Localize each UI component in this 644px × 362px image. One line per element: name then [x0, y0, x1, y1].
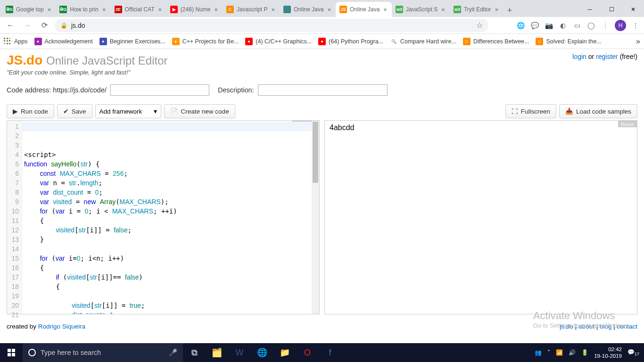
result-badge: Result	[618, 121, 637, 127]
ext-icon-6[interactable]: ◯	[586, 21, 596, 30]
ext-icon-5[interactable]: ▭	[572, 21, 582, 30]
browser-tab-6[interactable]: JSOnline Java×	[336, 2, 392, 17]
bookmark-label: Beginner Exercises...	[110, 38, 165, 45]
tab-close-icon[interactable]: ×	[157, 6, 163, 13]
file-icon: 📄	[170, 107, 178, 115]
code-editor[interactable]: JavaScript 12345678910111213141516171819…	[7, 120, 320, 314]
taskbar-apps: ⧉ 🗂️ W 🌐 📁 O f	[183, 343, 341, 362]
framework-select[interactable]: Add framework▾	[95, 104, 161, 118]
taskbar-clock[interactable]: 02:4219-10-2019	[594, 346, 622, 359]
maximize-button[interactable]: ☐	[601, 2, 622, 17]
omnibox[interactable]: 🔒 js.do ☆	[55, 19, 488, 32]
start-button[interactable]	[0, 343, 23, 362]
tab-close-icon[interactable]: ×	[47, 6, 52, 13]
lock-icon: 🔒	[60, 22, 67, 29]
tab-close-icon[interactable]: ×	[326, 6, 332, 13]
editor-scrollbar[interactable]	[312, 121, 319, 314]
back-button[interactable]: ←	[4, 19, 17, 32]
description-input[interactable]	[258, 84, 388, 96]
taskbar-app-explorer[interactable]: 📁	[273, 343, 296, 362]
result-pane: Result 4abcdd	[324, 120, 637, 314]
author-link[interactable]: Rodrigo Siqueira	[38, 323, 86, 330]
window-controls: ─ ☐ ✕	[579, 2, 644, 17]
address-bar: ← → ⟳ 🔒 js.do ☆ 🌐 💬 📷 ◐ ▭ ◯ | H ⋮	[0, 17, 644, 34]
ext-icon-4[interactable]: ◐	[558, 21, 568, 30]
run-button[interactable]: ▶Run code	[7, 104, 54, 118]
tab-favicon: ƏG	[59, 6, 67, 13]
tab-label: (246) Nume	[181, 6, 210, 13]
editor-code[interactable]: <script> function sayHello(str) { const …	[22, 121, 312, 314]
minimize-button[interactable]: ─	[579, 2, 601, 17]
ext-icon-1[interactable]: 🌐	[516, 21, 525, 30]
bookmark-label: (64) Python Progra...	[329, 38, 383, 45]
tray-people-icon[interactable]: 👥	[535, 349, 542, 356]
bookmark-item-4[interactable]: ●(4) C/C++ Graphics...	[245, 38, 312, 45]
taskbar-search[interactable]: Type here to search 🎤	[23, 343, 183, 362]
mic-icon[interactable]: 🎤	[169, 349, 177, 357]
bookmark-item-6[interactable]: 🔍Compare Hard wire...	[390, 38, 456, 45]
login-link[interactable]: login	[572, 53, 586, 60]
new-tab-button[interactable]: +	[503, 4, 516, 17]
browser-tab-4[interactable]: CJavascript P×	[223, 2, 280, 17]
bookmark-item-1[interactable]: ●Acknowledgement	[34, 38, 93, 45]
register-link[interactable]: register	[596, 53, 618, 60]
description-label: Description:	[218, 86, 254, 94]
url-text: js.do	[71, 22, 85, 29]
bookmarks-overflow[interactable]: »	[636, 37, 640, 46]
bookmark-item-0[interactable]: Apps	[4, 38, 28, 45]
current-line-highlight	[22, 122, 312, 131]
tab-favicon: w3	[396, 6, 403, 13]
meta-form: Code address: https://js.do/code/ Descri…	[7, 84, 637, 96]
star-icon[interactable]: ☆	[476, 21, 483, 30]
taskbar-app-word[interactable]: W	[228, 343, 251, 362]
browser-tab-7[interactable]: w3JavaScript S×	[392, 2, 450, 17]
taskbar-app-chrome[interactable]: 🌐	[251, 343, 273, 362]
fullscreen-button[interactable]: ⛶Fullscreen	[505, 104, 556, 118]
close-window-button[interactable]: ✕	[622, 2, 644, 17]
bookmark-item-8[interactable]: CSolved: Explain the...	[536, 38, 601, 45]
tray-chevron-icon[interactable]: ˄	[547, 349, 550, 356]
scrollbar-thumb[interactable]	[313, 122, 318, 183]
browser-tab-3[interactable]: ▶(246) Nume×	[166, 2, 223, 17]
bookmark-item-2[interactable]: ●Beginner Exercises...	[99, 38, 165, 45]
tab-close-icon[interactable]: ×	[440, 6, 446, 13]
task-view-icon[interactable]: ⧉	[183, 343, 206, 362]
bookmark-item-5[interactable]: ●(64) Python Progra...	[318, 38, 383, 45]
tray-volume-icon[interactable]: 🔊	[569, 349, 576, 356]
bookmark-item-7[interactable]: CDifferences Betwee...	[463, 38, 529, 45]
menu-icon[interactable]: ⋮	[631, 21, 640, 30]
browser-tab-0[interactable]: ƏGGoogle top×	[2, 2, 56, 17]
taskbar-app-opera[interactable]: O	[296, 343, 319, 362]
tab-favicon: w3	[454, 6, 461, 13]
code-address-input[interactable]	[110, 84, 209, 96]
bookmarks-bar: Apps●Acknowledgement●Beginner Exercises.…	[0, 34, 644, 49]
bookmark-item-3[interactable]: ●C++ Projects for Be...	[172, 38, 239, 45]
tab-favicon: C	[226, 6, 234, 13]
tab-label: Javascript P	[237, 6, 267, 13]
bookmark-label: (4) C/C++ Graphics...	[256, 38, 312, 45]
ext-icon-3[interactable]: 📷	[544, 21, 553, 30]
tab-close-icon[interactable]: ×	[213, 6, 219, 13]
ext-icon-2[interactable]: 💬	[530, 21, 539, 30]
taskbar-app-1[interactable]: 🗂️	[206, 343, 228, 362]
tray-battery-icon[interactable]: 🔋	[581, 349, 588, 356]
reload-button[interactable]: ⟳	[38, 19, 51, 32]
profile-avatar[interactable]: H	[615, 20, 626, 31]
chevron-down-icon: ▾	[154, 107, 157, 115]
tab-close-icon[interactable]: ×	[382, 6, 388, 13]
save-button[interactable]: ✔Save	[57, 104, 92, 118]
tray-wifi-icon[interactable]: 📶	[556, 349, 563, 356]
browser-tab-8[interactable]: w3Tryit Editor×	[450, 2, 503, 17]
system-tray: 👥 ˄ 📶 🔊 🔋 02:4219-10-2019 💬17	[530, 346, 644, 359]
load-icon: 📥	[565, 107, 573, 115]
tab-close-icon[interactable]: ×	[101, 6, 107, 13]
tab-close-icon[interactable]: ×	[270, 6, 276, 13]
browser-tab-1[interactable]: ƏGHow to prin×	[56, 2, 110, 17]
browser-tab-5[interactable]: Online Java×	[280, 2, 336, 17]
tab-close-icon[interactable]: ×	[494, 6, 499, 13]
load-samples-button[interactable]: 📥Load code samples	[559, 104, 637, 118]
tray-notifications-icon[interactable]: 💬17	[627, 349, 639, 356]
taskbar-app-facebook[interactable]: f	[319, 343, 341, 362]
create-button[interactable]: 📄Create new code	[164, 104, 235, 118]
browser-tab-2[interactable]: 2EOfficial CAT×	[111, 2, 167, 17]
